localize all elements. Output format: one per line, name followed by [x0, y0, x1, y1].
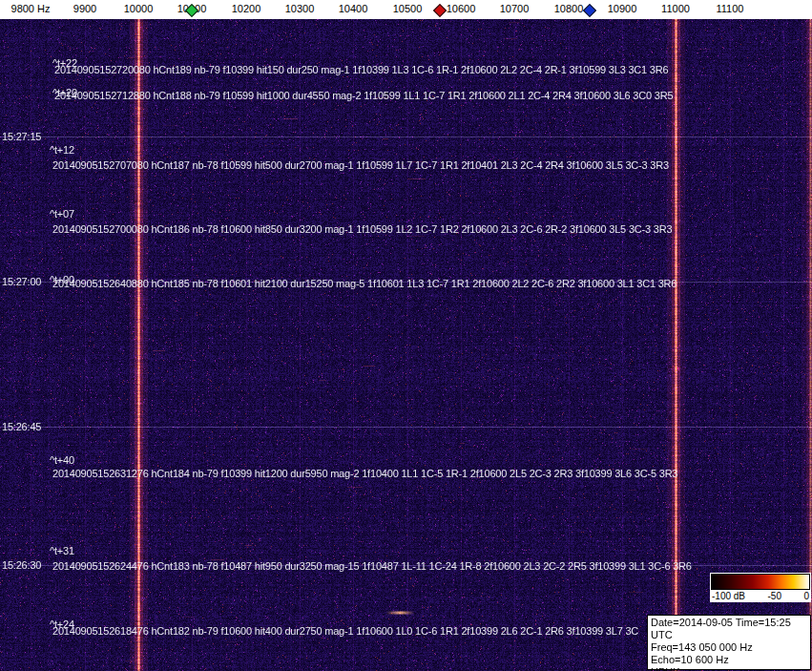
legend-mid-label: -50 [768, 591, 781, 601]
color-scale-gradient [711, 574, 810, 590]
frequency-scale[interactable]: 9800 Hz990010000101001020010300104001050… [0, 0, 812, 19]
info-echo-frequency: Echo=10 600 Hz [651, 654, 807, 666]
freq-tick-label: 10800 [554, 3, 584, 14]
freq-marker-diamond-red[interactable] [433, 4, 447, 17]
freq-tick-label: 10300 [285, 3, 315, 14]
freq-tick-label: 9900 [73, 3, 96, 14]
freq-marker-diamond-blue[interactable] [583, 4, 596, 17]
freq-tick-label: 10000 [124, 3, 154, 14]
freq-tick-label: 10900 [608, 3, 637, 14]
spectrum-display-window: 9800 Hz990010000101001020010300104001050… [0, 0, 812, 671]
freq-tick-label: 11100 [717, 3, 744, 14]
spectrogram-canvas[interactable] [0, 19, 812, 671]
freq-tick-label: 10700 [500, 3, 530, 14]
freq-tick-label: 10200 [232, 3, 261, 14]
freq-tick-label: 9800 Hz [11, 3, 51, 14]
db-color-legend: -100 dB -50 0 [710, 573, 811, 602]
info-frequency: Freq=143 050 000 Hz [651, 641, 807, 654]
color-scale-labels: -100 dB -50 0 [711, 590, 810, 601]
freq-tick-label: 10600 [447, 3, 476, 14]
info-box: Date=2014-09-05 Time=15:25 UTC Freq=143 … [647, 615, 811, 670]
info-date-time: Date=2014-09-05 Time=15:25 UTC [651, 617, 807, 641]
freq-tick-label: 11000 [661, 3, 690, 14]
legend-min-label: -100 dB [712, 591, 745, 601]
legend-max-label: 0 [803, 591, 809, 601]
freq-tick-label: 10400 [339, 3, 368, 14]
info-station-id: HPHK [651, 666, 807, 671]
freq-tick-label: 10500 [393, 3, 423, 14]
